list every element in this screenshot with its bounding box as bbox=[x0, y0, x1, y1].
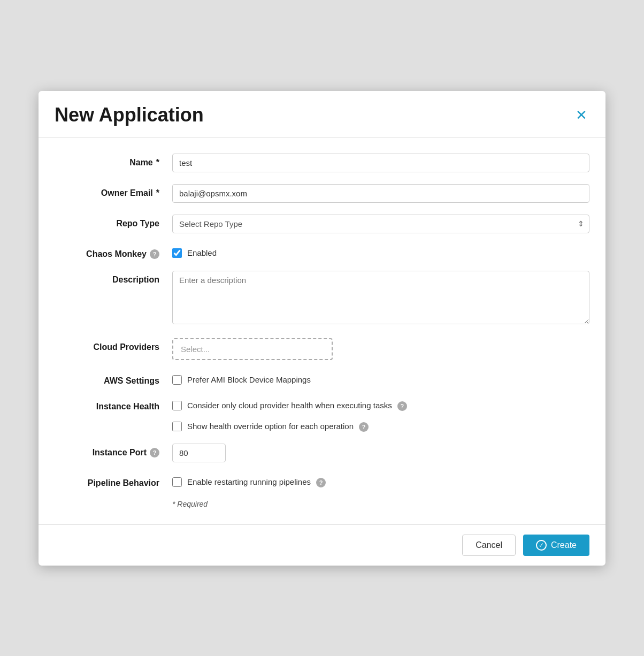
modal-header: New Application ✕ bbox=[39, 91, 605, 138]
owner-email-label: Owner Email * bbox=[55, 184, 172, 198]
aws-settings-row: AWS Settings Prefer AMI Block Device Map… bbox=[55, 372, 589, 386]
instance-health-override-help-icon[interactable]: ? bbox=[359, 422, 369, 432]
pipeline-behavior-checkbox-row: Enable restarting running pipelines ? bbox=[172, 474, 589, 487]
chaos-monkey-checkbox[interactable] bbox=[172, 248, 182, 258]
instance-health-checkbox2-label: Show health override option for each ope… bbox=[187, 422, 369, 432]
create-button-label: Create bbox=[551, 540, 577, 550]
repo-type-control-wrap: Select Repo Type ⇕ bbox=[172, 215, 589, 233]
chaos-monkey-row: Chaos Monkey ? Enabled bbox=[55, 245, 589, 259]
repo-type-select[interactable]: Select Repo Type bbox=[172, 215, 589, 233]
instance-port-help-icon[interactable]: ? bbox=[150, 448, 159, 457]
required-note: * Required bbox=[55, 500, 589, 508]
name-control-wrap bbox=[172, 154, 589, 172]
cloud-providers-select[interactable]: Select... bbox=[172, 338, 333, 360]
cloud-providers-row: Cloud Providers Select... bbox=[55, 338, 589, 360]
instance-health-help-icon[interactable]: ? bbox=[397, 401, 407, 411]
aws-settings-control-wrap: Prefer AMI Block Device Mappings bbox=[172, 372, 589, 385]
cloud-providers-label: Cloud Providers bbox=[55, 338, 172, 352]
pipeline-behavior-control-wrap: Enable restarting running pipelines ? bbox=[172, 474, 589, 487]
instance-port-input[interactable] bbox=[172, 444, 226, 462]
aws-settings-checkbox-row: Prefer AMI Block Device Mappings bbox=[172, 372, 589, 385]
repo-type-select-wrapper: Select Repo Type ⇕ bbox=[172, 215, 589, 233]
cancel-button[interactable]: Cancel bbox=[462, 535, 516, 556]
close-button[interactable]: ✕ bbox=[573, 106, 589, 124]
instance-health-checkbox1-label: Consider only cloud provider health when… bbox=[187, 401, 407, 411]
chaos-monkey-label: Chaos Monkey ? bbox=[55, 245, 172, 259]
name-row: Name * bbox=[55, 154, 589, 172]
modal-footer: Cancel ✓ Create bbox=[39, 524, 605, 566]
instance-health-checkbox2-row: Show health override option for each ope… bbox=[172, 418, 589, 432]
repo-type-label: Repo Type bbox=[55, 215, 172, 228]
owner-email-row: Owner Email * bbox=[55, 184, 589, 203]
owner-email-control-wrap bbox=[172, 184, 589, 203]
new-application-modal: New Application ✕ Name * Owner Email * bbox=[39, 91, 605, 566]
owner-email-input[interactable] bbox=[172, 184, 589, 203]
create-check-icon: ✓ bbox=[536, 540, 547, 551]
instance-health-row: Instance Health Consider only cloud prov… bbox=[55, 398, 589, 432]
instance-health-checkbox2[interactable] bbox=[172, 422, 182, 431]
instance-port-label: Instance Port ? bbox=[55, 444, 172, 457]
name-input[interactable] bbox=[172, 154, 589, 172]
pipeline-behavior-checkbox[interactable] bbox=[172, 477, 182, 487]
cloud-providers-control-wrap: Select... bbox=[172, 338, 589, 360]
aws-settings-label: AWS Settings bbox=[55, 372, 172, 386]
instance-health-control-wrap: Consider only cloud provider health when… bbox=[172, 398, 589, 432]
instance-port-control-wrap bbox=[172, 444, 589, 462]
pipeline-behavior-help-icon[interactable]: ? bbox=[316, 478, 326, 487]
repo-type-row: Repo Type Select Repo Type ⇕ bbox=[55, 215, 589, 233]
instance-health-label: Instance Health bbox=[55, 398, 172, 411]
description-textarea[interactable] bbox=[172, 271, 589, 324]
chaos-monkey-help-icon[interactable]: ? bbox=[150, 249, 159, 259]
chaos-monkey-enabled-label[interactable]: Enabled bbox=[187, 248, 217, 257]
instance-port-row: Instance Port ? bbox=[55, 444, 589, 462]
description-control-wrap bbox=[172, 271, 589, 326]
description-label: Description bbox=[55, 271, 172, 285]
chaos-monkey-control-wrap: Enabled bbox=[172, 245, 589, 258]
instance-health-checkbox1[interactable] bbox=[172, 401, 182, 410]
pipeline-behavior-label: Pipeline Behavior bbox=[55, 474, 172, 488]
instance-health-checkbox1-row: Consider only cloud provider health when… bbox=[172, 398, 589, 411]
aws-settings-checkbox[interactable] bbox=[172, 375, 182, 385]
modal-body: Name * Owner Email * Repo Type bbox=[39, 138, 605, 524]
pipeline-behavior-row: Pipeline Behavior Enable restarting runn… bbox=[55, 474, 589, 488]
pipeline-behavior-checkbox-label: Enable restarting running pipelines ? bbox=[187, 477, 326, 487]
chaos-monkey-checkbox-row: Enabled bbox=[172, 245, 589, 258]
modal-title: New Application bbox=[55, 104, 204, 126]
aws-settings-checkbox-label[interactable]: Prefer AMI Block Device Mappings bbox=[187, 375, 311, 384]
description-row: Description bbox=[55, 271, 589, 326]
create-button[interactable]: ✓ Create bbox=[523, 535, 589, 556]
name-label: Name * bbox=[55, 154, 172, 167]
